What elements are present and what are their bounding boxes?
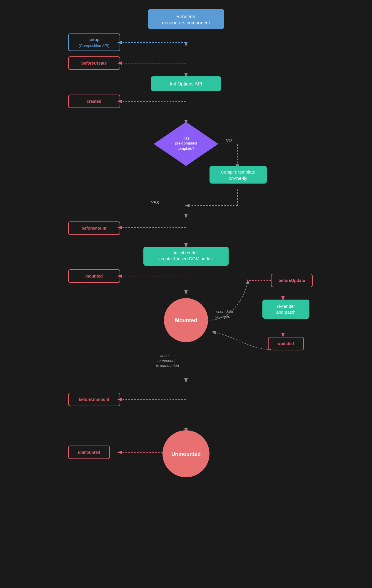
setup-box: [68, 34, 120, 51]
before-mount-text: beforeMount: [82, 226, 107, 231]
setup-text1: setup: [88, 37, 99, 42]
diagram-container: NO YES when data changes when component …: [60, 0, 312, 588]
has-template-text1: Has: [182, 136, 190, 140]
rerender-text1: re-render: [277, 304, 295, 309]
unmounted-text: Unmounted: [171, 451, 201, 457]
compile-template-text2: on-the-fly: [229, 176, 247, 181]
when-data-changes-label: when data: [215, 309, 233, 314]
mounted-text: Mounted: [175, 317, 197, 323]
rerender-text2: and patch: [276, 310, 296, 315]
compile-template-box: [210, 166, 267, 184]
compile-template-text1: Compile template: [221, 169, 255, 174]
renderer-text1: Renderer: [176, 14, 196, 19]
yes-label: YES: [151, 200, 159, 205]
before-update-text: beforeUpdate: [279, 278, 305, 283]
setup-text2: (Composition API): [79, 43, 110, 48]
before-create-text: beforeCreate: [81, 61, 107, 65]
initial-render-text2: create & insert DOM nodes: [160, 256, 213, 261]
diagram-svg: NO YES when data changes when component …: [60, 0, 312, 588]
when-unmounted-label3: is unmounted: [156, 363, 179, 368]
initial-render-text1: initial render: [174, 250, 198, 255]
renderer-box: [148, 9, 224, 29]
before-unmount-text: beforeUnmount: [79, 397, 110, 402]
no-label: NO: [226, 138, 232, 143]
has-template-text3: template?: [177, 146, 194, 151]
when-unmounted-label1: when: [160, 353, 169, 358]
created-text: created: [87, 99, 101, 104]
updated-text: updated: [278, 341, 294, 346]
when-data-changes-label2: changes: [215, 314, 230, 319]
when-unmounted-label2: component: [157, 358, 176, 363]
unmounted-hook-text: unmounted: [78, 450, 100, 455]
has-template-text2: pre-compiled: [175, 141, 197, 145]
rerender-box: [262, 300, 309, 319]
init-options-text: Init Options API: [170, 81, 202, 86]
mounted-hook-text: mounted: [85, 274, 103, 278]
renderer-text2: encounters component: [162, 20, 210, 25]
